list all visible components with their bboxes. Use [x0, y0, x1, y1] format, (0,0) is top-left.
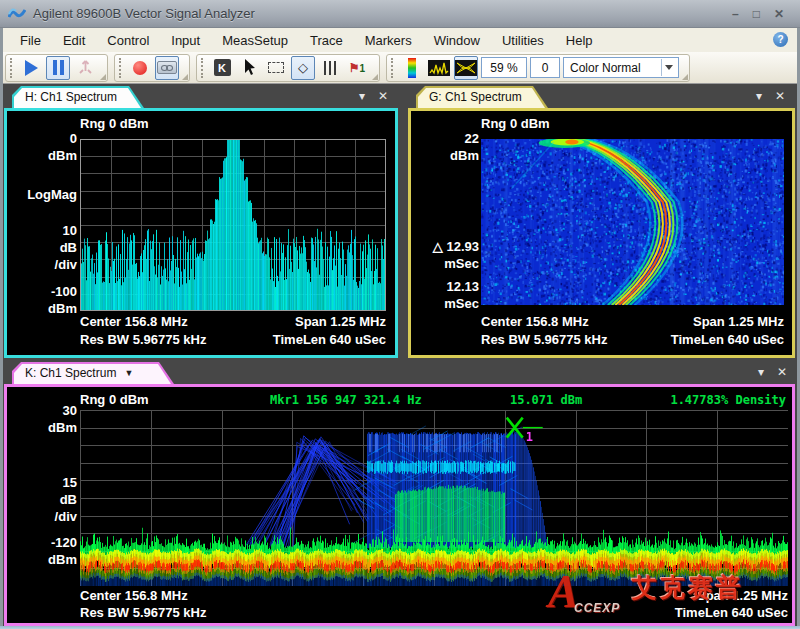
menu-control[interactable]: Control [96, 29, 160, 52]
k-ylabel-top: 30 [63, 403, 77, 418]
panel-k-collapse-button[interactable]: ▾ [758, 365, 764, 379]
g-delta-time: △ 12.93 [433, 239, 479, 254]
g-time-value: 12.13 [446, 279, 479, 294]
panel-k: K: Ch1 Spectrum ▼ ▾ ✕ Rng 0 dBm Mkr1 156… [4, 362, 795, 626]
flag-marker-button[interactable]: ⚑1 [345, 56, 369, 80]
tab-k-ch1-spectrum[interactable]: K: Ch1 Spectrum ▼ [12, 362, 174, 384]
group-corner-handle[interactable] [182, 74, 188, 80]
group-corner-handle[interactable] [372, 74, 378, 80]
h-center-freq: Center 156.8 MHz [80, 314, 188, 329]
panel-g-collapse-button[interactable]: ▾ [756, 89, 762, 103]
cursor-icon [243, 59, 256, 76]
play-button[interactable] [19, 56, 43, 80]
h-timelen: TimeLen 640 uSec [273, 332, 386, 347]
toolbar-group-record [114, 54, 190, 82]
spectrum-trace-icon [429, 61, 449, 75]
menu-meassetup[interactable]: MeasSetup [211, 29, 299, 52]
group-grip-icon[interactable] [119, 58, 122, 78]
marker-readout: Mkr1 156 947 321.4 Hz 15.071 dBm 1.47783… [270, 393, 786, 407]
marker1-density: 1.47783% Density [670, 393, 786, 407]
group-corner-handle[interactable] [682, 74, 688, 80]
g-resbw: Res BW 5.96775 kHz [481, 332, 607, 347]
panel-k-close-button[interactable]: ✕ [777, 365, 787, 379]
app-icon [8, 6, 26, 22]
toolbar: K ◇ ⚑1 [3, 52, 797, 84]
menu-trace[interactable]: Trace [299, 29, 354, 52]
record-button[interactable] [128, 56, 152, 80]
eye-diagram-button[interactable] [454, 56, 478, 80]
pointer-tool-button[interactable] [237, 56, 261, 80]
rainbow-colorbar-icon [408, 58, 416, 78]
group-corner-handle[interactable] [100, 74, 106, 80]
minimize-button[interactable]: – [732, 8, 739, 20]
h-span: Span 1.25 MHz [295, 314, 386, 329]
color-mode-value: Color Normal [570, 61, 641, 75]
restart-button[interactable] [73, 56, 97, 80]
panel-k-body: Rng 0 dBm Mkr1 156 947 321.4 Hz 15.071 d… [4, 384, 795, 626]
player-button[interactable] [155, 56, 179, 80]
menu-window[interactable]: Window [423, 29, 491, 52]
tab-h-ch1-spectrum[interactable]: H: Ch1 Spectrum [12, 86, 144, 108]
title-bar[interactable]: Agilent 89600B Vector Signal Analyzer – … [0, 0, 800, 28]
menu-input[interactable]: Input [160, 29, 211, 52]
close-button[interactable]: ✕ [774, 8, 784, 20]
record-icon [133, 61, 147, 75]
tab-h-label: H: Ch1 Spectrum [25, 90, 117, 104]
k-center-freq: Center 156.8 MHz [80, 588, 188, 603]
spectrum-plot-h[interactable] [80, 139, 386, 311]
menu-markers[interactable]: Markers [354, 29, 423, 52]
h-resbw: Res BW 5.96775 kHz [80, 332, 206, 347]
toolbar-group-control [5, 54, 108, 82]
g-time-unit: mSec [444, 296, 479, 311]
selection-rectangle-icon [268, 62, 284, 73]
band-lines-icon [324, 61, 336, 75]
help-icon[interactable]: ? [773, 32, 788, 47]
panel-h-collapse-button[interactable]: ▾ [359, 89, 365, 103]
offset-field[interactable]: 0 [530, 57, 560, 78]
measurement-k-button[interactable]: K [210, 56, 234, 80]
menu-edit[interactable]: Edit [52, 29, 96, 52]
group-grip-icon[interactable] [10, 58, 13, 78]
eye-diagram-icon [456, 61, 476, 75]
tab-g-ch1-spectrum[interactable]: G: Ch1 Spectrum [416, 86, 548, 108]
panel-h-tabrow: H: Ch1 Spectrum ▾ ✕ [4, 86, 398, 108]
g-timelen: TimeLen 640 uSec [671, 332, 784, 347]
chevron-down-icon[interactable] [661, 59, 676, 76]
menu-utilities[interactable]: Utilities [491, 29, 555, 52]
marker-diamond-button[interactable]: ◇ [291, 56, 315, 80]
density-plot-k[interactable] [80, 410, 788, 586]
tab-k-dropdown-icon[interactable]: ▼ [124, 368, 133, 378]
recorder-player-icon [157, 61, 177, 74]
maximize-button[interactable]: □ [753, 8, 760, 20]
zoom-select-button[interactable] [264, 56, 288, 80]
menu-help[interactable]: Help [555, 29, 604, 52]
percent-field[interactable]: 59 % [481, 57, 527, 78]
flag-marker-icon: ⚑1 [349, 61, 365, 75]
tab-k-label: K: Ch1 Spectrum [25, 366, 116, 380]
panel-g-close-button[interactable]: ✕ [775, 89, 785, 103]
h-perdiv-div: /div [55, 257, 77, 272]
g-delta-unit: mSec [444, 256, 479, 271]
toolbar-group-display: 59 % 0 Color Normal [386, 54, 690, 82]
group-grip-icon[interactable] [201, 58, 204, 78]
spectrogram-plot-g[interactable] [481, 139, 784, 305]
menu-file[interactable]: File [9, 29, 52, 52]
group-grip-icon[interactable] [391, 58, 394, 78]
k-span: Span 1.25 MHz [697, 588, 788, 603]
k-ylabel-top-unit: dBm [48, 420, 77, 435]
k-perdiv-unit: dB [60, 492, 77, 507]
colorbar-button[interactable] [400, 56, 424, 80]
pause-button[interactable] [46, 56, 70, 80]
spectrum-view-button[interactable] [427, 56, 451, 80]
panel-h-close-button[interactable]: ✕ [378, 89, 388, 103]
g-span: Span 1.25 MHz [693, 314, 784, 329]
panel-h-range-label: Rng 0 dBm [80, 116, 149, 131]
h-ylabel-bottom: -100 [51, 284, 77, 299]
menu-bar: File Edit Control Input MeasSetup Trace … [3, 28, 797, 52]
k-ylabel-bottom-unit: dBm [48, 552, 77, 567]
band-markers-button[interactable] [318, 56, 342, 80]
h-perdiv-value: 10 [63, 223, 77, 238]
panel-g-range-label: Rng 0 dBm [481, 116, 550, 131]
color-mode-select[interactable]: Color Normal [563, 57, 679, 78]
workspace: H: Ch1 Spectrum ▾ ✕ Rng 0 dBm 0 dBm LogM… [3, 84, 797, 626]
